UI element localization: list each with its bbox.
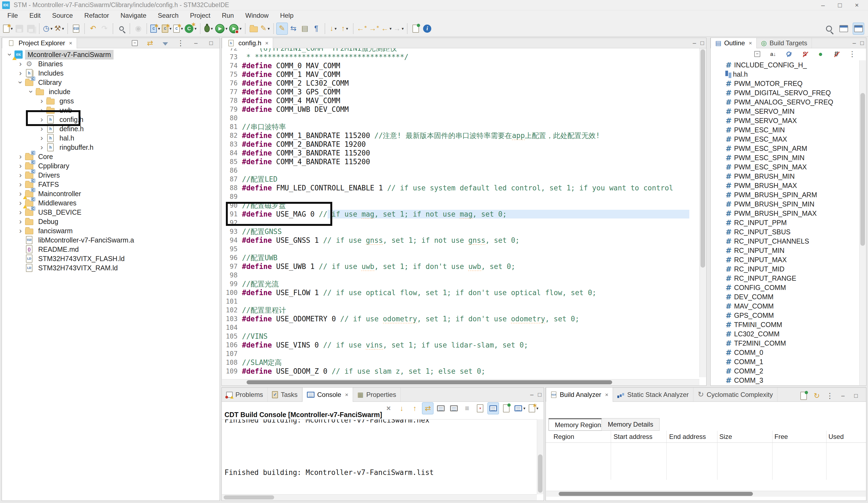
tree-item-fatfs[interactable]: ›CFATFS bbox=[2, 180, 219, 189]
code-line-102[interactable]: 102//配置里程计 bbox=[222, 306, 698, 315]
run-button[interactable]: ▶▾ bbox=[214, 23, 229, 35]
tab-static-stack-analyzer[interactable]: Static Stack Analyzer bbox=[613, 388, 693, 401]
tab-config-h[interactable]: h config.h × bbox=[222, 38, 273, 48]
link-with-editor-button[interactable]: ⇆ bbox=[288, 23, 299, 35]
twistie-collapsed-icon[interactable]: › bbox=[17, 180, 24, 188]
terminate-button[interactable]: ◉ bbox=[133, 23, 144, 35]
maximize-window-button[interactable]: □ bbox=[831, 0, 848, 10]
hide-static-button[interactable]: S bbox=[799, 48, 810, 60]
menu-source[interactable]: Source bbox=[46, 10, 79, 21]
code-line-104[interactable]: 104 bbox=[222, 323, 698, 332]
tree-item-readme-md[interactable]: {}README.md bbox=[2, 245, 219, 254]
column-header-region[interactable]: Region bbox=[554, 433, 574, 441]
outline-item-gps-comm[interactable]: #GPS_COMM bbox=[711, 311, 860, 320]
new-c-source-button[interactable]: C∗▾ bbox=[149, 23, 161, 35]
new-class-button[interactable]: C∗▾ bbox=[173, 23, 184, 35]
column-header-start-address[interactable]: Start address bbox=[613, 433, 652, 441]
sort-button[interactable]: a↓ bbox=[767, 48, 779, 60]
console-horizontal-scrollbar[interactable] bbox=[222, 494, 537, 500]
back-history-button[interactable]: ←▾ bbox=[380, 23, 393, 35]
analyzer-horizontal-scrollbar[interactable] bbox=[546, 491, 866, 497]
show-on-error-button[interactable] bbox=[435, 402, 446, 414]
forward-history-button[interactable]: →▾ bbox=[393, 23, 405, 35]
code-line-87[interactable]: 87//配置LED bbox=[222, 175, 698, 184]
tree-item-mcontroller-v7-fanciswarm[interactable]: ›IDEMcontroller-v7-FanciSwarm bbox=[2, 50, 219, 59]
open-element-button[interactable] bbox=[248, 23, 259, 35]
minimize-editor-icon[interactable]: – bbox=[693, 40, 696, 47]
editor-horizontal-scrollbar[interactable] bbox=[222, 379, 700, 385]
code-line-84[interactable]: 84#define COMM_3_BANDRATE 115200 bbox=[222, 149, 698, 157]
outline-vertical-scrollbar[interactable] bbox=[859, 60, 866, 385]
minimize-button[interactable]: – bbox=[190, 37, 202, 49]
code-line-86[interactable]: 86 bbox=[222, 166, 698, 175]
display-selected-button[interactable] bbox=[487, 402, 499, 414]
minimize-console-icon[interactable]: – bbox=[530, 391, 533, 398]
twistie-collapsed-icon[interactable]: › bbox=[17, 162, 24, 170]
twistie-collapsed-icon[interactable]: › bbox=[17, 217, 24, 226]
tab-build-targets[interactable]: ◎ Build Targets bbox=[757, 38, 812, 48]
menu-project[interactable]: Project bbox=[184, 10, 216, 21]
minimize-outline-icon[interactable]: – bbox=[852, 40, 856, 47]
outline-item-tf2mini-comm[interactable]: #TF2MINI_COMM bbox=[711, 339, 860, 348]
code-line-99[interactable]: 99//配置光流 bbox=[222, 280, 698, 288]
tree-item-drivers[interactable]: ›CDrivers bbox=[2, 171, 219, 180]
maximize-button[interactable]: □ bbox=[205, 37, 217, 49]
code-line-108[interactable]: 108//SLAM定高 bbox=[222, 358, 698, 367]
outline-item-pwm-digital-servo-freq[interactable]: #PWM_DIGITAL_SERVO_FREQ bbox=[711, 88, 860, 97]
refresh-button[interactable]: ↻ bbox=[811, 390, 823, 402]
minimize-button[interactable]: – bbox=[837, 390, 849, 402]
tree-item-maincontroller[interactable]: ›CMaincontroller bbox=[2, 189, 219, 198]
clear-console-button[interactable]: × bbox=[474, 402, 486, 414]
view-menu-button[interactable]: ⋮ bbox=[846, 48, 858, 60]
build-history-button[interactable]: ◷▾ bbox=[42, 23, 53, 35]
tree-item-binaries[interactable]: ›⚙Binaries bbox=[2, 59, 219, 69]
undo-button[interactable]: ↶ bbox=[87, 23, 99, 35]
tab-build-analyzer[interactable]: 010 Build Analyzer × bbox=[546, 388, 613, 402]
pin-editor-button[interactable] bbox=[410, 23, 422, 35]
code-line-79[interactable]: 79#define COMM_UWB DEV_COMM bbox=[222, 105, 698, 114]
outline-item-pwm-servo-max[interactable]: #PWM_SERVO_MAX bbox=[711, 116, 860, 125]
hide-non-public-button[interactable]: ● bbox=[815, 48, 826, 60]
redo-button[interactable]: ↷ bbox=[99, 23, 110, 35]
outline-item-rc-input-sbus[interactable]: #RC_INPUT_SBUS bbox=[711, 227, 860, 236]
code-line-85[interactable]: 85#define COMM_4_BANDRATE 115200 bbox=[222, 157, 698, 166]
console-output[interactable]: Finished building: Mcontroller-v7-FanciS… bbox=[222, 419, 537, 494]
outline-item-pwm-brush-spin-max[interactable]: #PWM_BRUSH_SPIN_MAX bbox=[711, 209, 860, 218]
tree-item-gnss[interactable]: ›gnss bbox=[2, 96, 219, 105]
menu-refactor[interactable]: Refactor bbox=[79, 10, 115, 21]
outline-item-comm-3[interactable]: #COMM_3 bbox=[711, 376, 860, 385]
code-line-97[interactable]: 97#define USE_UWB 1 // if use uwb, set 1… bbox=[222, 262, 698, 271]
prev-annotation-button[interactable]: ↑▾ bbox=[339, 23, 351, 35]
code-line-94[interactable]: 94#define USE_GNSS 1 // if use gnss, set… bbox=[222, 236, 698, 245]
search-element-button[interactable] bbox=[116, 23, 127, 35]
outline-item-hal-h[interactable]: hal.h bbox=[711, 70, 860, 79]
outline-item-tfmini-comm[interactable]: #TFMINI_COMM bbox=[711, 320, 860, 329]
view-menu-button[interactable]: ⋮ bbox=[824, 390, 836, 402]
close-tab-icon[interactable]: × bbox=[345, 391, 348, 398]
maximize-console-icon[interactable]: □ bbox=[538, 391, 541, 398]
tab-outline[interactable]: ▤ Outline × bbox=[711, 38, 757, 48]
outline-list[interactable]: #INCLUDE_CONFIG_H_hal.h#PWM_MOTOR_FREQ#P… bbox=[711, 60, 860, 385]
code-line-74[interactable]: 74#define COMM_0 MAV_COMM bbox=[222, 61, 698, 70]
code-line-106[interactable]: 106#define USE_VINS 0 // if use vins, se… bbox=[222, 341, 698, 349]
tree-item-middlewares[interactable]: ›CMiddlewares bbox=[2, 198, 219, 208]
search-button[interactable] bbox=[823, 23, 835, 35]
outline-item-pwm-esc-spin-arm[interactable]: #PWM_ESC_SPIN_ARM bbox=[711, 144, 860, 153]
menu-file[interactable]: File bbox=[2, 10, 24, 21]
pin-console-button[interactable] bbox=[500, 402, 512, 414]
tab-properties[interactable]: ▦ Properties bbox=[353, 388, 401, 401]
tab-tasks[interactable]: ✓ Tasks bbox=[268, 388, 302, 401]
display-console-dropdown[interactable]: ▾ bbox=[514, 402, 526, 414]
outline-item-pwm-brush-min[interactable]: #PWM_BRUSH_MIN bbox=[711, 172, 860, 181]
terminate-console-button[interactable]: × bbox=[383, 402, 394, 414]
toggle-highlight-button[interactable]: ✎ bbox=[276, 23, 288, 35]
twistie-collapsed-icon[interactable]: › bbox=[38, 97, 46, 105]
column-header-free[interactable]: Free bbox=[774, 433, 788, 441]
debug-button[interactable]: ▾ bbox=[203, 23, 214, 35]
outline-item-dev-comm[interactable]: #DEV_COMM bbox=[711, 292, 860, 301]
binary-tools-button[interactable]: 010 bbox=[70, 23, 82, 35]
close-tab-icon[interactable]: × bbox=[605, 391, 608, 398]
maximize-button[interactable]: □ bbox=[850, 390, 862, 402]
show-outline-button[interactable]: ▤ bbox=[299, 23, 311, 35]
outline-item-pwm-servo-min[interactable]: #PWM_SERVO_MIN bbox=[711, 107, 860, 116]
